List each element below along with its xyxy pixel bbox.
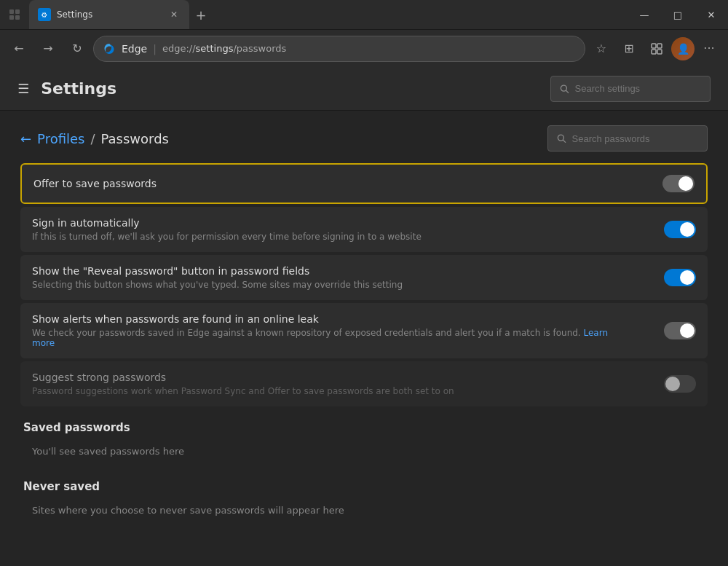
search-passwords-box[interactable] [547,125,708,152]
toggle-track-offer-to-save[interactable] [662,175,695,192]
favorites-icon[interactable]: ☆ [588,36,614,62]
svg-rect-5 [657,44,662,48]
setting-label-sign-in-auto: Sign in automatically If this is turned … [32,217,422,242]
toggle-track-suggest-strong[interactable] [664,375,696,393]
svg-rect-3 [15,15,20,20]
search-passwords-input[interactable] [572,133,698,144]
settings-title-area: ☰ Settings [17,79,116,98]
toggle-thumb-offer-to-save [678,176,693,191]
close-button[interactable]: ✕ [695,0,728,29]
toggle-sign-in-auto[interactable] [664,221,696,238]
toggle-reveal-password[interactable] [664,269,696,286]
sidebar-toggle-icon[interactable]: ☰ [17,81,29,96]
setting-label-online-leak: Show alerts when passwords are found in … [32,313,614,348]
toggle-online-leak[interactable] [664,322,696,339]
setting-row-online-leak: Show alerts when passwords are found in … [20,303,708,358]
address-bold-segment: settings [196,43,234,54]
saved-passwords-section-header: Saved passwords [20,421,708,434]
minimize-button[interactable]: — [628,0,661,29]
edge-brand-label: Edge [122,43,147,55]
breadcrumb-profiles-link[interactable]: Profiles [37,131,84,146]
search-settings-input[interactable] [575,83,701,94]
maximize-button[interactable]: □ [661,0,695,29]
toggle-thumb-suggest-strong [665,377,680,391]
saved-passwords-empty-state: You'll see saved passwords here [20,440,708,465]
toggle-thumb-online-leak [680,323,695,338]
search-passwords-icon [557,133,566,144]
refresh-button[interactable]: ↻ [64,36,90,62]
svg-rect-0 [9,9,14,14]
toggle-thumb-reveal-password [680,270,695,285]
back-button[interactable]: ← [6,36,32,62]
more-menu-button[interactable]: ··· [696,36,722,62]
active-tab[interactable]: ⚙ Settings ✕ [29,0,189,29]
setting-label-reveal-password: Show the "Reveal password" button in pas… [32,265,403,290]
main-content: ← Profiles / Passwords Offer to save pas… [0,111,728,566]
titlebar: ⚙ Settings ✕ + — □ ✕ [0,0,728,29]
settings-content: Offer to save passwords Sign in automati… [0,163,728,566]
setting-row-suggest-strong: Suggest strong passwords Password sugges… [20,361,708,406]
toggle-thumb-sign-in-auto [680,222,695,237]
edge-logo-icon [103,42,116,55]
profile-avatar[interactable]: 👤 [671,37,695,60]
setting-row-reveal-password: Show the "Reveal password" button in pas… [20,255,708,300]
setting-label-suggest-strong: Suggest strong passwords Password sugges… [32,372,454,396]
reading-list-icon[interactable]: ⊞ [616,36,642,62]
toggle-offer-to-save[interactable] [662,175,695,192]
breadcrumb-back-button[interactable]: ← [20,131,31,146]
window-icon [0,0,29,29]
passwords-header: ← Profiles / Passwords [0,111,728,163]
toggle-track-reveal-password[interactable] [664,269,696,286]
setting-row-sign-in-auto: Sign in automatically If this is turned … [20,207,708,252]
breadcrumb-separator: / [90,131,95,146]
collections-icon[interactable] [644,36,670,62]
navbar: ← → ↻ Edge | edge://settings/passwords ☆… [0,29,728,67]
new-tab-button[interactable]: + [189,3,213,26]
search-settings-box[interactable] [550,76,711,102]
search-settings-icon [560,84,569,94]
address-divider: | [153,43,157,55]
svg-rect-4 [652,44,656,48]
breadcrumb-current-page: Passwords [101,131,169,146]
toggle-track-sign-in-auto[interactable] [664,221,696,238]
titlebar-left: ⚙ Settings ✕ + [0,0,213,29]
setting-row-offer-to-save: Offer to save passwords [20,163,708,204]
never-saved-empty-state: Sites where you choose to never save pas… [20,499,708,524]
settings-page-title: Settings [41,79,116,98]
settings-header: ☰ Settings [0,67,728,111]
address-url: edge://settings/passwords [162,43,286,54]
svg-rect-1 [15,9,20,14]
never-saved-section-header: Never saved [20,480,708,493]
tab-favicon: ⚙ [38,8,51,21]
svg-rect-2 [9,15,14,20]
svg-rect-7 [657,50,662,54]
tab-close-button[interactable]: ✕ [167,8,181,21]
setting-label-offer-to-save: Offer to save passwords [33,178,157,189]
breadcrumb: ← Profiles / Passwords [20,131,169,146]
window-controls: — □ ✕ [628,0,728,29]
address-bar[interactable]: Edge | edge://settings/passwords [93,36,585,62]
navbar-actions: ☆ ⊞ 👤 ··· [588,36,722,62]
svg-rect-6 [652,50,656,54]
toggle-track-online-leak[interactable] [664,322,696,339]
toggle-suggest-strong[interactable] [664,375,696,393]
forward-button[interactable]: → [35,36,61,62]
tab-title: Settings [57,9,162,20]
